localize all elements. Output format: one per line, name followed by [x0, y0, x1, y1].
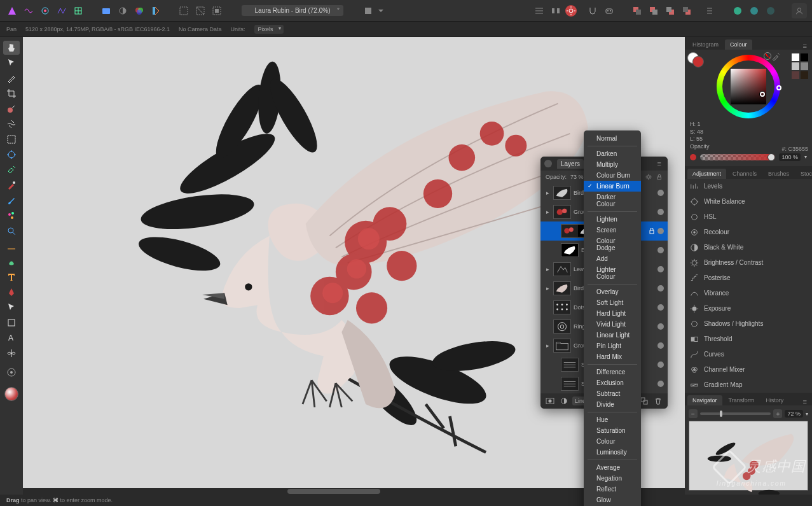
mask-layer-button[interactable] [544, 396, 556, 406]
blend-mode-divide[interactable]: Divide [584, 399, 641, 410]
target-tool[interactable] [3, 365, 20, 379]
swatches-icon[interactable] [149, 4, 163, 18]
selection-none-icon[interactable] [193, 4, 207, 18]
blend-mode-hard-light[interactable]: Hard Light [584, 308, 641, 319]
blend-mode-pin-light[interactable]: Pin Light [584, 341, 641, 351]
blend-mode-lighten[interactable]: Lighten [584, 214, 641, 225]
blend-mode-average[interactable]: Average [584, 462, 641, 473]
blend-mode-luminosity[interactable]: Luminosity [584, 447, 641, 458]
blend-mode-darker-colour[interactable]: Darker Colour [584, 192, 641, 209]
blend-mode-glow[interactable]: Glow [584, 495, 641, 505]
arrange-front-icon[interactable] [680, 4, 694, 18]
adjustment-posterise[interactable]: Posterise [685, 271, 812, 286]
color-picker-tool[interactable] [3, 178, 20, 192]
smudge-tool[interactable] [3, 255, 20, 269]
blend-mode-subtract[interactable]: Subtract [584, 388, 641, 399]
zoom-tool[interactable] [3, 224, 20, 238]
adjustment-levels[interactable]: Levels [685, 179, 812, 194]
blend-mode-colour[interactable]: Colour [584, 436, 641, 447]
swatch[interactable] [792, 53, 799, 61]
layer-expand-icon[interactable]: ▸ [544, 190, 551, 196]
layer-visibility-toggle[interactable] [657, 190, 664, 196]
shape-tool[interactable] [3, 316, 20, 330]
node-tool[interactable] [3, 300, 20, 314]
tab-stock[interactable]: Stock [795, 169, 812, 179]
layer-expand-icon[interactable]: ▸ [544, 342, 551, 349]
tab-history[interactable]: History [760, 395, 788, 405]
adjustment-vibrance[interactable]: Vibrance [685, 286, 812, 301]
move-tool[interactable] [3, 56, 20, 70]
layer-visibility-toggle[interactable] [657, 304, 664, 311]
layer-lock-icon[interactable] [649, 228, 655, 234]
tab-colour[interactable]: Colour [725, 39, 752, 50]
blend-mode-colour-dodge[interactable]: Colour Dodge [584, 235, 641, 253]
zoom-slider[interactable] [700, 412, 771, 415]
adjustment-brightness-contrast[interactable]: Brightness / Contrast [685, 255, 812, 271]
layers-opacity-value[interactable]: 73 % [570, 174, 584, 180]
crop-tool[interactable] [3, 87, 20, 101]
adjustment-channel-mixer[interactable]: Channel Mixer [685, 362, 812, 377]
paintbrush-tool[interactable] [3, 193, 20, 207]
zoom-value[interactable]: 72 % [785, 410, 803, 418]
tab-transform[interactable]: Transform [724, 395, 760, 405]
layers-close-button[interactable] [544, 160, 552, 167]
arrange-back-icon[interactable] [630, 4, 644, 18]
colour-well-primary[interactable] [692, 56, 704, 67]
zoom-in-button[interactable]: + [773, 409, 782, 418]
layer-expand-icon[interactable]: ▸ [544, 209, 551, 215]
add-layer-dark-icon[interactable] [764, 4, 778, 18]
blend-mode-vivid-light[interactable]: Vivid Light [584, 319, 641, 330]
sat-val-box[interactable] [731, 69, 766, 104]
adjustment-gradient-map[interactable]: Gradient Map [685, 377, 812, 393]
layer-expand-icon[interactable]: ▸ [544, 266, 551, 272]
persona-develop-icon[interactable] [38, 4, 52, 18]
layer-visibility-toggle[interactable] [657, 285, 664, 292]
navigator-preview[interactable] [689, 421, 808, 491]
blend-mode-linear-light[interactable]: Linear Light [584, 330, 641, 341]
selection-invert-icon[interactable] [210, 4, 224, 18]
layer-visibility-toggle[interactable] [657, 209, 664, 215]
add-layer-teal-icon[interactable] [747, 4, 761, 18]
open-file-icon[interactable] [99, 4, 113, 18]
text-tool[interactable] [3, 270, 20, 284]
colour-lens-icon[interactable] [132, 4, 146, 18]
swatch[interactable] [792, 71, 799, 79]
arrange-align-icon[interactable] [532, 4, 546, 18]
blend-mode-difference[interactable]: Difference [584, 367, 641, 377]
adjustment-white-balance[interactable]: White Balance [685, 194, 812, 209]
layer-visibility-toggle[interactable] [657, 247, 664, 253]
brush-tool[interactable] [3, 71, 20, 85]
arrange-backward-icon[interactable] [647, 4, 661, 18]
swatch[interactable] [792, 62, 799, 70]
blend-mode-multiply[interactable]: Multiply [584, 159, 641, 170]
healing-brush-tool[interactable] [3, 163, 20, 177]
blend-mode-lighter-colour[interactable]: Lighter Colour [584, 264, 641, 282]
blend-mode-exclusion[interactable]: Exclusion [584, 377, 641, 388]
record-icon[interactable] [565, 5, 577, 17]
blend-mode-screen[interactable]: Screen [584, 225, 641, 235]
blend-mode-colour-burn[interactable]: Colour Burn [584, 170, 641, 181]
adjustment-curves[interactable]: Curves [685, 347, 812, 362]
tab-brushes[interactable]: Brushes [763, 169, 794, 179]
tab-channels[interactable]: Channels [727, 169, 762, 179]
effects-brush-tool[interactable] [3, 209, 20, 223]
blend-mode-negation[interactable]: Negation [584, 473, 641, 484]
app-logo-icon[interactable] [5, 4, 19, 18]
layer-expand-icon[interactable]: ▸ [544, 285, 551, 292]
colour-panel-menu-icon[interactable]: ≡ [801, 42, 809, 50]
marquee-tool[interactable] [3, 132, 20, 146]
zoom-out-button[interactable]: − [689, 409, 698, 418]
blend-mode-normal[interactable]: Normal [584, 133, 641, 144]
zoom-dropdown-icon[interactable]: ▾ [806, 411, 808, 417]
account-icon[interactable] [792, 3, 807, 18]
nav-panel-menu-icon[interactable]: ≡ [801, 398, 809, 405]
persona-tone-icon[interactable] [55, 4, 69, 18]
arrange-forward-icon[interactable] [663, 4, 677, 18]
blend-mode-add[interactable]: Add [584, 253, 641, 264]
opacity-value[interactable]: 100 % [779, 153, 801, 161]
persona-export-icon[interactable] [71, 4, 85, 18]
blend-mode-hard-mix[interactable]: Hard Mix [584, 351, 641, 362]
swatch[interactable] [801, 53, 808, 61]
layer-visibility-toggle[interactable] [657, 228, 664, 234]
blend-mode-reflect[interactable]: Reflect [584, 484, 641, 495]
